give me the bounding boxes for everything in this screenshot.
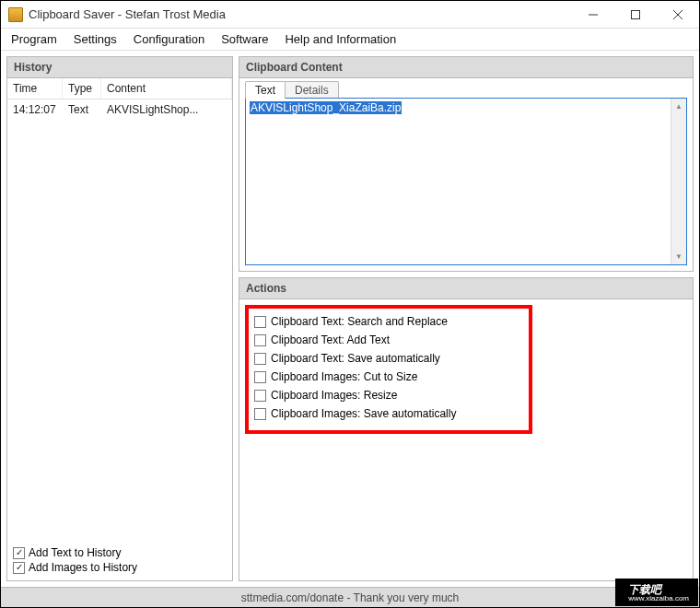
menu-program[interactable]: Program [3, 29, 65, 49]
action-label: Clipboard Text: Save automatically [271, 352, 440, 365]
history-footer: Add Text to History Add Images to Histor… [7, 543, 232, 580]
cell-time: 14:12:07 [7, 99, 63, 120]
checkbox-icon [254, 334, 266, 346]
history-header: History [7, 57, 232, 78]
menu-configuration[interactable]: Configuration [125, 29, 213, 49]
cell-content: AKVISLightShop... [101, 99, 232, 120]
checkbox-icon [254, 316, 266, 328]
col-time[interactable]: Time [7, 78, 63, 99]
cell-type: Text [63, 99, 101, 120]
action-add-text[interactable]: Clipboard Text: Add Text [254, 331, 523, 349]
action-label: Clipboard Images: Save automatically [271, 407, 456, 420]
col-content[interactable]: Content [101, 78, 232, 99]
history-row[interactable]: 14:12:07 Text AKVISLightShop... [7, 99, 232, 120]
scroll-up-icon: ▲ [671, 99, 686, 114]
clipboard-header: Clipboard Content [239, 57, 693, 78]
checkbox-label: Add Text to History [29, 546, 122, 559]
checkbox-label: Add Images to History [29, 561, 137, 574]
actions-body: Clipboard Text: Search and Replace Clipb… [239, 299, 693, 580]
statusbar: sttmedia.com/donate - Thank you very muc… [1, 587, 699, 607]
window-title: Clipboard Saver - Stefan Trost Media [29, 7, 572, 21]
clipboard-selected-text: AKVISLightShop_XiaZaiBa.zip [250, 101, 402, 114]
checkbox-icon [254, 390, 266, 402]
watermark: 下载吧 www.xiazaiba.com [615, 579, 698, 606]
action-label: Clipboard Images: Resize [271, 389, 397, 402]
menu-help[interactable]: Help and Information [276, 29, 404, 49]
action-label: Clipboard Text: Search and Replace [271, 315, 448, 328]
close-button[interactable] [657, 1, 699, 29]
scroll-down-icon: ▼ [671, 249, 686, 264]
menu-software[interactable]: Software [213, 29, 276, 49]
app-window: Clipboard Saver - Stefan Trost Media Pro… [0, 0, 700, 608]
minimize-button[interactable] [572, 1, 614, 29]
action-save-images[interactable]: Clipboard Images: Save automatically [254, 404, 523, 423]
history-table: Time Type Content 14:12:07 Text AKVISLig… [7, 78, 232, 543]
checkbox-icon [13, 562, 25, 574]
clipboard-textbox[interactable]: AKVISLightShop_XiaZaiBa.zip ▲ ▼ [245, 98, 687, 265]
history-panel: History Time Type Content 14:12:07 Text … [6, 56, 233, 581]
checkbox-icon [254, 353, 266, 365]
checkbox-icon [13, 547, 25, 559]
maximize-button[interactable] [614, 1, 657, 29]
checkbox-add-images[interactable]: Add Images to History [13, 560, 227, 575]
status-text: sttmedia.com/donate - Thank you very muc… [241, 591, 460, 604]
menu-settings[interactable]: Settings [65, 29, 125, 49]
tab-text[interactable]: Text [245, 81, 286, 99]
menubar: Program Settings Configuration Software … [1, 29, 699, 51]
app-icon [8, 7, 23, 22]
checkbox-icon [254, 408, 266, 420]
action-resize[interactable]: Clipboard Images: Resize [254, 386, 523, 404]
col-type[interactable]: Type [63, 78, 101, 99]
action-label: Clipboard Images: Cut to Size [271, 370, 417, 383]
clipboard-tabs: Text Details [239, 79, 693, 99]
checkbox-icon [254, 371, 266, 383]
svg-rect-1 [632, 10, 640, 18]
scrollbar-vertical[interactable]: ▲ ▼ [671, 99, 686, 264]
titlebar: Clipboard Saver - Stefan Trost Media [1, 1, 699, 29]
right-pane: Clipboard Content Text Details AKVISLigh… [239, 56, 694, 581]
action-label: Clipboard Text: Add Text [271, 333, 390, 346]
history-columns: Time Type Content [7, 78, 232, 99]
action-search-replace[interactable]: Clipboard Text: Search and Replace [254, 312, 523, 331]
actions-panel: Actions Clipboard Text: Search and Repla… [239, 277, 694, 581]
action-save-text[interactable]: Clipboard Text: Save automatically [254, 349, 523, 368]
watermark-sub: www.xiazaiba.com [628, 595, 689, 602]
clipboard-panel: Clipboard Content Text Details AKVISLigh… [239, 56, 694, 272]
actions-highlight-box: Clipboard Text: Search and Replace Clipb… [245, 305, 532, 434]
action-cut-size[interactable]: Clipboard Images: Cut to Size [254, 368, 523, 386]
checkbox-add-text[interactable]: Add Text to History [13, 545, 227, 560]
main-content: History Time Type Content 14:12:07 Text … [1, 51, 699, 587]
tab-details[interactable]: Details [285, 81, 339, 99]
left-pane: History Time Type Content 14:12:07 Text … [6, 56, 233, 581]
actions-header: Actions [239, 278, 693, 299]
